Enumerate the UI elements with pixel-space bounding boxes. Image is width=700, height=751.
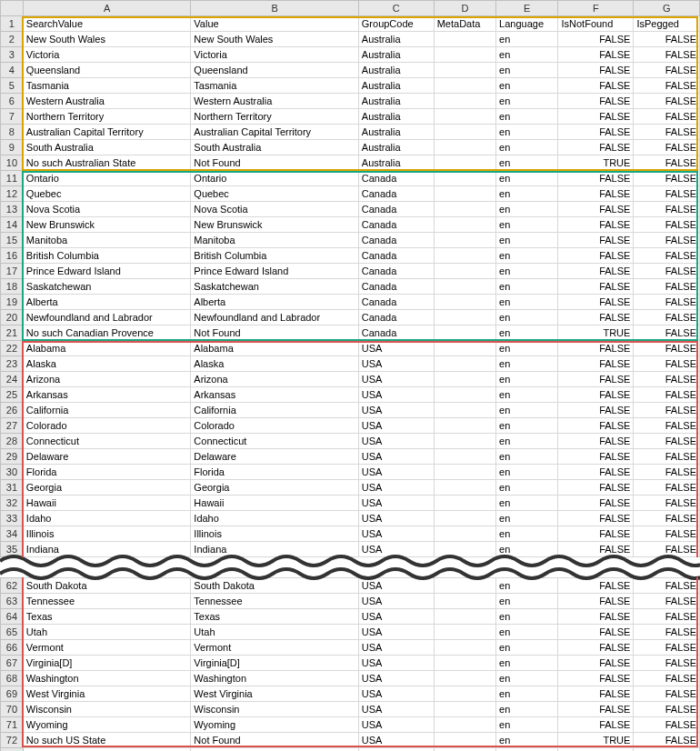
cell[interactable] bbox=[434, 295, 495, 310]
col-header-C[interactable]: C bbox=[358, 1, 434, 16]
cell[interactable] bbox=[434, 717, 495, 733]
cell[interactable]: en bbox=[496, 671, 558, 686]
cell[interactable]: Ontario bbox=[23, 171, 190, 186]
cell[interactable]: Northern Territory bbox=[23, 109, 190, 125]
cell[interactable]: en bbox=[496, 47, 558, 63]
cell[interactable] bbox=[434, 465, 495, 480]
cell[interactable]: Wisconsin bbox=[191, 702, 358, 717]
row-header[interactable]: 13 bbox=[1, 202, 24, 217]
row-header[interactable]: 30 bbox=[1, 465, 24, 480]
cell[interactable] bbox=[434, 387, 495, 403]
cell[interactable]: FALSE bbox=[558, 496, 634, 511]
cell[interactable]: USA bbox=[358, 640, 434, 656]
cell[interactable]: FALSE bbox=[558, 609, 634, 625]
cell[interactable]: FALSE bbox=[634, 511, 700, 526]
cell[interactable] bbox=[434, 403, 495, 418]
cell[interactable]: en bbox=[496, 372, 558, 387]
cell[interactable]: Canada bbox=[358, 233, 434, 248]
cell[interactable] bbox=[434, 372, 495, 387]
cell[interactable]: Prince Edward Island bbox=[23, 264, 190, 279]
cell[interactable] bbox=[434, 125, 495, 140]
cell[interactable]: FALSE bbox=[558, 403, 634, 418]
cell[interactable]: USA bbox=[358, 686, 434, 702]
cell[interactable]: Wisconsin bbox=[23, 702, 190, 717]
cell[interactable] bbox=[434, 171, 495, 186]
cell[interactable]: FALSE bbox=[558, 78, 634, 94]
cell[interactable]: en bbox=[496, 480, 558, 496]
cell[interactable] bbox=[434, 94, 495, 109]
row-header[interactable]: 18 bbox=[1, 279, 24, 295]
cell[interactable]: Australia bbox=[358, 78, 434, 94]
cell[interactable]: Alberta bbox=[23, 295, 190, 310]
cell[interactable]: en bbox=[496, 625, 558, 640]
cell[interactable]: Virginia[D] bbox=[191, 656, 358, 671]
cell[interactable]: en bbox=[496, 594, 558, 609]
cell[interactable]: Nova Scotia bbox=[23, 202, 190, 217]
cell[interactable] bbox=[434, 217, 495, 233]
cell[interactable]: en bbox=[496, 465, 558, 480]
cell[interactable]: USA bbox=[358, 511, 434, 526]
cell[interactable]: MetaData bbox=[434, 16, 495, 32]
cell[interactable]: FALSE bbox=[558, 63, 634, 78]
cell[interactable] bbox=[434, 109, 495, 125]
row-header[interactable]: 31 bbox=[1, 480, 24, 496]
cell[interactable]: FALSE bbox=[558, 140, 634, 155]
row-header[interactable]: 70 bbox=[1, 702, 24, 717]
cell[interactable]: FALSE bbox=[558, 264, 634, 279]
cell[interactable]: FALSE bbox=[558, 387, 634, 403]
cell[interactable]: FALSE bbox=[634, 526, 700, 542]
cell[interactable]: Wyoming bbox=[23, 717, 190, 733]
cell[interactable] bbox=[434, 310, 495, 325]
cell[interactable]: Washington bbox=[23, 671, 190, 686]
cell[interactable] bbox=[434, 594, 495, 609]
cell[interactable] bbox=[434, 325, 495, 341]
cell[interactable]: Vermont bbox=[23, 640, 190, 656]
cell[interactable]: TRUE bbox=[558, 155, 634, 171]
cell[interactable]: FALSE bbox=[634, 656, 700, 671]
cell[interactable]: FALSE bbox=[634, 418, 700, 434]
cell[interactable]: FALSE bbox=[634, 264, 700, 279]
cell[interactable]: FALSE bbox=[558, 717, 634, 733]
cell[interactable]: USA bbox=[358, 717, 434, 733]
cell[interactable]: USA bbox=[358, 656, 434, 671]
cell[interactable]: FALSE bbox=[634, 310, 700, 325]
cell[interactable]: USA bbox=[358, 387, 434, 403]
cell[interactable]: FALSE bbox=[634, 733, 700, 748]
row-header[interactable]: 25 bbox=[1, 387, 24, 403]
cell[interactable] bbox=[434, 686, 495, 702]
col-header-A[interactable]: A bbox=[23, 1, 190, 16]
cell[interactable]: en bbox=[496, 32, 558, 47]
cell[interactable]: FALSE bbox=[634, 496, 700, 511]
cell[interactable]: West Virginia bbox=[23, 686, 190, 702]
cell[interactable]: en bbox=[496, 109, 558, 125]
cell[interactable]: Australia bbox=[358, 125, 434, 140]
cell[interactable]: en bbox=[496, 217, 558, 233]
row-header[interactable]: 28 bbox=[1, 434, 24, 449]
cell[interactable]: Texas bbox=[23, 609, 190, 625]
cell[interactable]: FALSE bbox=[634, 140, 700, 155]
cell[interactable]: FALSE bbox=[634, 403, 700, 418]
cell[interactable] bbox=[634, 748, 700, 752]
cell[interactable]: USA bbox=[358, 372, 434, 387]
cell[interactable]: Delaware bbox=[191, 449, 358, 465]
cell[interactable]: en bbox=[496, 356, 558, 372]
cell[interactable]: FALSE bbox=[634, 279, 700, 295]
cell[interactable]: TRUE bbox=[558, 325, 634, 341]
cell[interactable]: IsPegged bbox=[634, 16, 700, 32]
cell[interactable]: USA bbox=[358, 403, 434, 418]
cell[interactable]: en bbox=[496, 609, 558, 625]
cell[interactable]: No such Australian State bbox=[23, 155, 190, 171]
cell[interactable]: Australia bbox=[358, 109, 434, 125]
cell[interactable]: New South Wales bbox=[23, 32, 190, 47]
col-header-G[interactable]: G bbox=[634, 1, 700, 16]
row-header[interactable]: 32 bbox=[1, 496, 24, 511]
cell[interactable]: Australia bbox=[358, 63, 434, 78]
row-header[interactable]: 23 bbox=[1, 356, 24, 372]
cell[interactable]: FALSE bbox=[634, 233, 700, 248]
row-header[interactable]: 4 bbox=[1, 63, 24, 78]
cell[interactable]: FALSE bbox=[634, 702, 700, 717]
cell[interactable]: USA bbox=[358, 480, 434, 496]
cell[interactable]: FALSE bbox=[634, 125, 700, 140]
cell[interactable]: GroupCode bbox=[358, 16, 434, 32]
cell[interactable]: en bbox=[496, 140, 558, 155]
